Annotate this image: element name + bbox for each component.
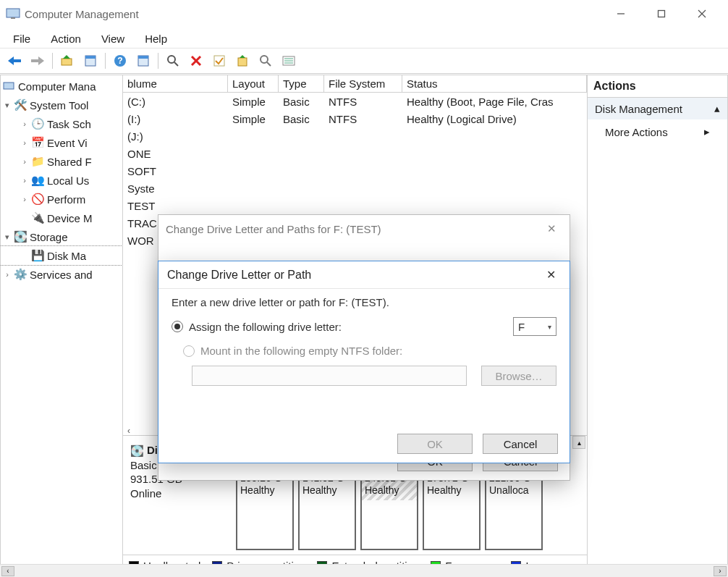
expand-icon[interactable]: › xyxy=(21,138,28,147)
table-row[interactable]: (I:)SimpleBasicNTFSHealthy (Logical Driv… xyxy=(123,110,587,127)
opt-assign-label: Assign the following drive letter: xyxy=(189,321,342,333)
tree-systemtools[interactable]: System Tool xyxy=(30,99,88,111)
back-button[interactable] xyxy=(4,51,25,71)
mount-path-input xyxy=(192,366,467,386)
tree-diskmgmt[interactable]: Disk Ma xyxy=(47,250,86,262)
expand-icon[interactable]: › xyxy=(21,157,28,166)
list-icon[interactable] xyxy=(279,51,299,71)
device-icon: 🔌 xyxy=(31,211,44,224)
col-layout[interactable]: Layout xyxy=(228,75,279,92)
table-row[interactable]: TEST xyxy=(123,197,587,214)
tree-shared[interactable]: Shared F xyxy=(47,156,92,168)
svg-marker-6 xyxy=(8,56,21,65)
collapse-icon[interactable]: ▾ xyxy=(4,101,11,110)
dialog2-ok[interactable]: OK xyxy=(397,434,473,454)
delete-icon[interactable] xyxy=(186,51,206,71)
event-icon: 📅 xyxy=(31,136,44,149)
chevron-right-icon: ▸ xyxy=(704,125,710,138)
dialog-change-letter: Change Drive Letter or Path✕ Enter a new… xyxy=(158,261,570,463)
svg-point-23 xyxy=(261,56,268,63)
tree-perf[interactable]: Perform xyxy=(47,193,85,206)
expand-icon[interactable]: › xyxy=(4,270,11,279)
menu-view[interactable]: View xyxy=(93,31,133,46)
find-icon[interactable] xyxy=(255,51,276,71)
table-row[interactable]: (C:)SimpleBasicNTFSHealthy (Boot, Page F… xyxy=(123,93,587,110)
menubar: File Action View Help xyxy=(0,28,728,48)
opt-mount-label: Mount in the following empty NTFS folder… xyxy=(200,345,402,357)
titlebar: Computer Management xyxy=(0,0,728,28)
svg-rect-11 xyxy=(85,56,96,59)
svg-rect-0 xyxy=(7,9,20,17)
collapse-icon[interactable]: ▾ xyxy=(4,232,11,242)
search-icon[interactable] xyxy=(163,51,183,71)
menu-help[interactable]: Help xyxy=(136,31,176,46)
col-volume[interactable]: blume xyxy=(123,75,228,92)
minimize-button[interactable] xyxy=(601,0,641,28)
menu-action[interactable]: Action xyxy=(42,31,90,46)
tree-root[interactable]: Computer Mana xyxy=(18,80,96,93)
check-icon[interactable] xyxy=(209,51,229,71)
table-row[interactable]: (J:) xyxy=(123,127,587,145)
tree-eventvwr[interactable]: Event Vi xyxy=(47,137,88,149)
table-row[interactable]: SOFT xyxy=(123,162,587,180)
perf-icon: 🚫 xyxy=(31,193,44,206)
expand-icon[interactable]: › xyxy=(21,119,28,128)
tree-localusers[interactable]: Local Us xyxy=(47,174,89,187)
svg-rect-3 xyxy=(659,11,665,17)
actions-section[interactable]: Disk Management▴ xyxy=(588,98,727,119)
toolbar: ? xyxy=(0,48,728,74)
svg-point-16 xyxy=(168,56,175,63)
dialog2-cancel[interactable]: Cancel xyxy=(483,434,558,454)
svg-rect-21 xyxy=(238,58,247,66)
tools-icon: 🛠️ xyxy=(14,98,27,111)
services-icon: ⚙️ xyxy=(14,268,27,281)
app-icon xyxy=(6,7,20,21)
scroll-right[interactable]: › xyxy=(714,566,727,576)
drive-letter-value: F xyxy=(518,321,525,333)
dialog1-close[interactable]: ✕ xyxy=(541,218,562,240)
properties-icon[interactable] xyxy=(80,51,101,71)
scroll-left[interactable]: ‹ xyxy=(1,566,14,576)
export-icon[interactable] xyxy=(232,51,253,71)
users-icon: 👥 xyxy=(31,174,44,187)
dialog2-close[interactable]: ✕ xyxy=(541,265,561,285)
tree-services[interactable]: Services and xyxy=(30,269,93,281)
close-button[interactable] xyxy=(682,0,722,28)
up-icon[interactable] xyxy=(57,51,77,71)
radio-assign[interactable] xyxy=(172,321,183,332)
window-h-scroll[interactable]: ‹ › xyxy=(0,564,728,577)
table-row[interactable]: ONE xyxy=(123,145,587,162)
svg-text:?: ? xyxy=(117,56,122,66)
drive-letter-select[interactable]: F▾ xyxy=(513,317,556,336)
forward-button[interactable] xyxy=(27,51,48,71)
svg-line-24 xyxy=(267,62,271,66)
storage-icon: 💽 xyxy=(14,230,27,243)
more-actions[interactable]: More Actions▸ xyxy=(588,119,727,144)
computer-icon xyxy=(2,80,15,93)
col-status[interactable]: Status xyxy=(402,75,587,92)
svg-line-17 xyxy=(174,62,178,66)
dialog2-title: Change Drive Letter or Path xyxy=(167,269,311,282)
actions-head: Actions xyxy=(588,75,727,98)
svg-rect-1 xyxy=(11,17,15,19)
svg-rect-29 xyxy=(4,83,14,89)
diskmgmt-icon: 💾 xyxy=(31,249,44,262)
table-row[interactable]: Syste xyxy=(123,180,587,197)
refresh-icon[interactable] xyxy=(133,51,153,71)
menu-file[interactable]: File xyxy=(4,31,39,46)
maximize-button[interactable] xyxy=(641,0,682,28)
tree-tasksch[interactable]: Task Sch xyxy=(47,118,91,130)
tree-devman[interactable]: Device M xyxy=(47,212,93,224)
tree-storage[interactable]: Storage xyxy=(30,231,68,243)
col-type[interactable]: Type xyxy=(279,75,324,92)
col-fs[interactable]: File System xyxy=(324,75,402,92)
svg-marker-9 xyxy=(63,55,70,59)
tree-pane[interactable]: Computer Mana ▾🛠️System Tool ›🕒Task Sch … xyxy=(0,75,123,577)
help-icon[interactable]: ? xyxy=(110,51,130,71)
disk-scroll[interactable]: ▴ xyxy=(572,436,585,555)
expand-icon[interactable]: › xyxy=(21,195,28,203)
chevron-up-icon: ▴ xyxy=(714,102,720,115)
expand-icon[interactable]: › xyxy=(21,176,28,185)
svg-marker-7 xyxy=(31,56,44,65)
radio-mount[interactable] xyxy=(183,345,195,357)
